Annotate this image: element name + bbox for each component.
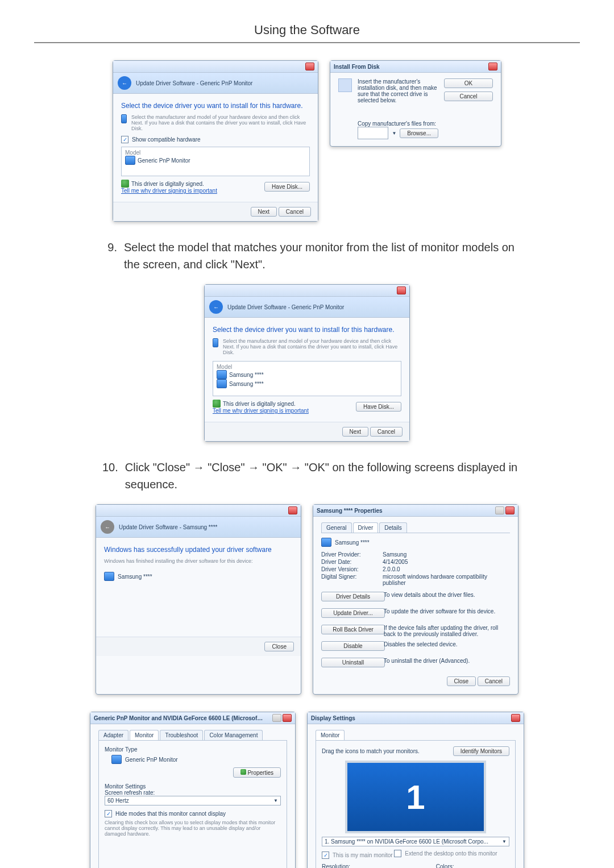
driver-signing-link[interactable]: Tell me why driver signing is important (121, 188, 217, 194)
monitor-type-label: Monitor Type (105, 746, 281, 753)
model-list-item[interactable]: Samsung **** (229, 372, 264, 378)
step-body: Select the model that matches your monit… (124, 239, 523, 273)
model-list[interactable]: Model Samsung **** Samsung **** (213, 361, 401, 396)
driver-details-button[interactable]: Driver Details (321, 592, 385, 601)
close-button[interactable]: Close (264, 642, 294, 651)
model-header: Model (217, 364, 397, 370)
back-icon[interactable]: ← (209, 300, 223, 314)
tab-details[interactable]: Details (379, 522, 407, 533)
show-compatible-checkbox[interactable]: Show compatible hardware (121, 136, 201, 143)
tab-monitor[interactable]: Monitor (316, 730, 345, 740)
drag-monitors-label: Drag the icons to match your monitors. (322, 748, 420, 754)
tab-color[interactable]: Color Management (204, 730, 263, 740)
monitor-preview[interactable]: 1 (345, 761, 486, 833)
monitor-type-value: Generic PnP Monitor (125, 757, 178, 763)
close-button[interactable]: Close (447, 676, 476, 686)
monitor-icon (217, 370, 227, 379)
next-button[interactable]: Next (251, 207, 277, 217)
driver-signing-link[interactable]: Tell me why driver signing is important (213, 408, 309, 414)
monitor-icon (111, 755, 122, 764)
close-icon[interactable] (511, 714, 520, 722)
ok-button[interactable]: OK (444, 78, 493, 88)
button-desc: If the device fails after updating the d… (384, 625, 510, 637)
have-disk-button[interactable]: Have Disk... (264, 182, 310, 192)
tab-adapter[interactable]: Adapter (98, 730, 128, 740)
driver-details-grid: Driver Provider: Samsung Driver Date: 4/… (321, 551, 510, 586)
properties-button-label: Properties (247, 770, 273, 776)
close-icon[interactable] (283, 714, 292, 722)
rollback-driver-button[interactable]: Roll Back Driver (321, 625, 385, 634)
kv-value: 4/14/2005 (383, 559, 510, 565)
monitor-select[interactable]: 1. Samsung **** on NVIDIA GeForce 6600 L… (322, 837, 509, 846)
properties-button[interactable]: Properties (233, 767, 281, 778)
header-rule (34, 42, 580, 43)
page-title: Using the Software (34, 23, 580, 38)
tab-monitor[interactable]: Monitor (130, 730, 159, 740)
wizard-heading: Select the device driver you want to ins… (213, 326, 401, 334)
wizard-heading: Select the device driver you want to ins… (121, 102, 310, 110)
checkbox-icon (394, 850, 401, 857)
cancel-button[interactable]: Cancel (279, 207, 311, 217)
monitor-icon (104, 572, 114, 581)
model-list-item[interactable]: Samsung **** (229, 381, 264, 387)
shield-icon (240, 769, 246, 775)
update-driver-wizard-2: ← Update Driver Software - Generic PnP M… (204, 284, 410, 442)
monitor-icon (121, 114, 127, 123)
browse-button[interactable]: Browse... (400, 128, 438, 138)
identify-monitors-button[interactable]: Identify Monitors (453, 746, 509, 756)
disk-icon (338, 78, 352, 92)
update-driver-wizard-1: ← Update Driver Software - Generic PnP M… (113, 60, 318, 222)
close-icon[interactable] (305, 63, 314, 70)
tab-troubleshoot[interactable]: Troubleshoot (160, 730, 203, 740)
update-driver-button[interactable]: Update Driver... (321, 608, 385, 618)
help-icon[interactable] (495, 506, 504, 514)
next-button[interactable]: Next (342, 427, 369, 437)
update-success-dialog: ← Update Driver Software - Samsung **** … (96, 504, 301, 695)
model-list[interactable]: Model Generic PnP Monitor (121, 147, 310, 176)
kv-label: Digital Signer: (321, 574, 378, 586)
have-disk-button[interactable]: Have Disk... (356, 402, 401, 412)
monitor-settings-label: Monitor Settings (105, 783, 281, 790)
model-list-item[interactable]: Generic PnP Monitor (138, 157, 190, 164)
shield-icon (121, 180, 129, 188)
close-icon[interactable] (505, 506, 515, 514)
chevron-down-icon[interactable]: ▼ (392, 131, 396, 136)
cancel-button[interactable]: Cancel (370, 427, 403, 437)
colors-label: Colors: (436, 863, 509, 868)
monitor-select-value: 1. Samsung **** on NVIDIA GeForce 6600 L… (325, 838, 488, 845)
extend-desktop-label: Extend the desktop onto this monitor (405, 850, 497, 857)
wizard-hint: Select the manufacturer and model of you… (223, 338, 401, 355)
window-titlebar (113, 61, 318, 73)
cancel-button[interactable]: Cancel (444, 92, 493, 101)
display-settings-dialog: Display Settings Monitor Drag the icons … (307, 712, 524, 868)
back-icon[interactable]: ← (118, 76, 131, 90)
main-monitor-label: This is my main monitor (333, 852, 393, 858)
device-properties-dialog: Samsung **** Properties General Driver D… (313, 504, 518, 695)
hide-modes-checkbox[interactable]: Hide modes that this monitor cannot disp… (105, 810, 226, 817)
signed-label: This driver is digitally signed. (223, 401, 296, 407)
kv-label: Driver Provider: (321, 551, 378, 558)
checkbox-icon (322, 852, 329, 859)
close-icon[interactable] (288, 506, 297, 514)
wizard-breadcrumb: ← Update Driver Software - Generic PnP M… (113, 73, 318, 94)
kv-value: Samsung (383, 551, 510, 558)
copy-from-input[interactable] (358, 127, 388, 139)
tab-general[interactable]: General (321, 522, 352, 533)
refresh-rate-select[interactable]: 60 Hertz ▼ (105, 796, 281, 805)
chevron-down-icon: ▼ (502, 839, 507, 844)
close-icon[interactable] (397, 286, 406, 294)
breadcrumb-text: Update Driver Software - Generic PnP Mon… (136, 80, 252, 86)
dialog-title: Generic PnP Monitor and NVIDIA GeForce 6… (94, 715, 264, 721)
cancel-button[interactable]: Cancel (478, 676, 510, 686)
kv-label: Driver Date: (321, 559, 378, 565)
back-icon: ← (101, 520, 114, 534)
monitor-icon (125, 156, 135, 165)
button-desc: To update the driver software for this d… (384, 608, 510, 614)
step-number: 10. (102, 459, 118, 493)
minimize-icon[interactable] (272, 714, 281, 722)
kv-value: microsoft windows hardware compatibility… (383, 574, 510, 586)
uninstall-button[interactable]: Uninstall (321, 658, 385, 667)
disable-button[interactable]: Disable (321, 641, 385, 651)
tab-driver[interactable]: Driver (353, 522, 379, 533)
close-icon[interactable] (488, 63, 497, 70)
